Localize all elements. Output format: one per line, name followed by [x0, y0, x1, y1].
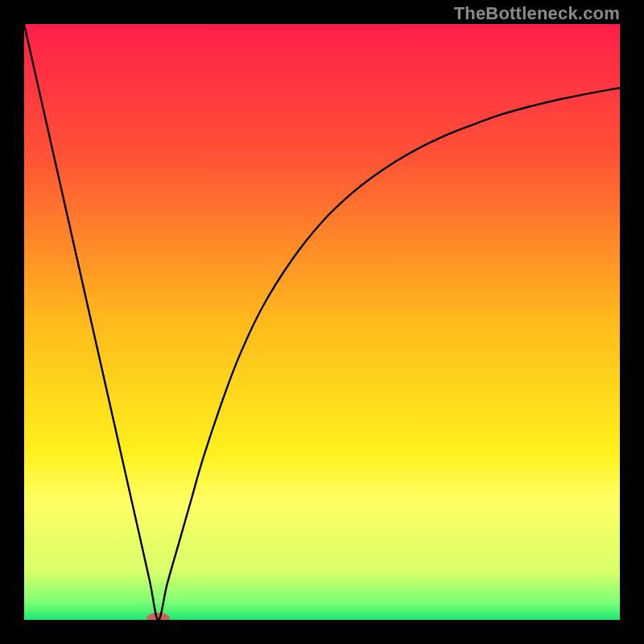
chart-svg [24, 24, 620, 620]
plot-area [24, 24, 620, 620]
attribution-text: TheBottleneck.com [454, 3, 620, 24]
gradient-background [24, 24, 620, 620]
chart-container: TheBottleneck.com [0, 0, 644, 644]
